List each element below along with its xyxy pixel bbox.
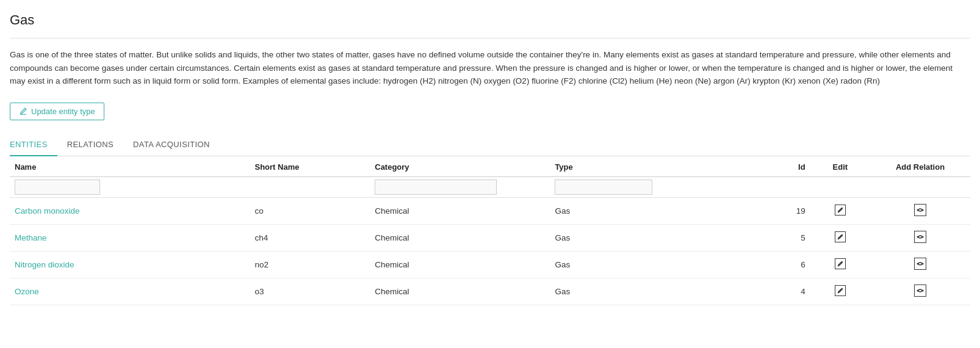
update-entity-type-label: Update entity type xyxy=(31,107,95,116)
entity-link[interactable]: Ozone xyxy=(15,287,39,296)
page-title: Gas xyxy=(10,12,970,28)
svg-rect-1 xyxy=(915,204,926,216)
update-entity-type-button[interactable]: Update entity type xyxy=(10,103,104,120)
cell-category: Chemical xyxy=(370,278,550,305)
col-header-name: Name xyxy=(10,156,250,177)
entities-table: Name Short Name Category Type Id Edit Ad… xyxy=(10,156,970,305)
relation-link-icon xyxy=(914,231,926,243)
filter-category-input[interactable] xyxy=(375,179,497,195)
table-row: Ozone o3 Chemical Gas 4 xyxy=(10,278,970,305)
svg-point-10 xyxy=(917,263,919,264)
cell-short-name: o3 xyxy=(250,278,370,305)
add-relation-button[interactable] xyxy=(914,231,926,243)
cell-name: Carbon monoxide xyxy=(10,197,250,224)
entity-link[interactable]: Nitrogen dioxide xyxy=(15,260,74,269)
cell-edit xyxy=(810,197,870,224)
cell-name: Methane xyxy=(10,224,250,251)
cell-add-relation xyxy=(870,197,970,224)
add-relation-button[interactable] xyxy=(914,204,926,216)
svg-point-6 xyxy=(917,236,919,237)
table-row: Methane ch4 Chemical Gas 5 xyxy=(10,224,970,251)
edit-pencil-icon xyxy=(835,258,846,269)
page-description: Gas is one of the three states of matter… xyxy=(10,48,970,88)
cell-type: Gas xyxy=(550,224,730,251)
cell-edit xyxy=(810,251,870,278)
col-header-category: Category xyxy=(370,156,550,177)
col-header-type: Type xyxy=(550,156,730,177)
col-header-id: Id xyxy=(730,156,810,177)
cell-edit xyxy=(810,278,870,305)
svg-rect-9 xyxy=(915,258,926,269)
svg-rect-5 xyxy=(915,231,926,242)
svg-point-14 xyxy=(917,289,919,291)
svg-rect-13 xyxy=(915,285,926,296)
cell-add-relation xyxy=(870,278,970,305)
cell-add-relation xyxy=(870,251,970,278)
edit-pencil-icon xyxy=(835,285,846,296)
cell-name: Nitrogen dioxide xyxy=(10,251,250,278)
cell-id: 6 xyxy=(730,251,810,278)
table-filter-row xyxy=(10,176,970,197)
cell-id: 4 xyxy=(730,278,810,305)
add-relation-button[interactable] xyxy=(914,285,926,297)
edit-button[interactable] xyxy=(835,258,846,269)
cell-id: 19 xyxy=(730,197,810,224)
filter-name-input[interactable] xyxy=(15,179,100,195)
relation-link-icon xyxy=(914,204,926,216)
edit-button[interactable] xyxy=(835,231,846,242)
add-relation-button[interactable] xyxy=(914,258,926,270)
title-divider xyxy=(10,38,970,38)
edit-pencil-icon xyxy=(835,231,846,242)
relation-link-icon xyxy=(914,258,926,270)
cell-type: Gas xyxy=(550,251,730,278)
table-header-row: Name Short Name Category Type Id Edit Ad… xyxy=(10,156,970,177)
entity-link[interactable]: Methane xyxy=(15,233,47,242)
relation-link-icon xyxy=(914,285,926,297)
table-row: Nitrogen dioxide no2 Chemical Gas 6 xyxy=(10,251,970,278)
cell-category: Chemical xyxy=(370,197,550,224)
cell-id: 5 xyxy=(730,224,810,251)
svg-point-3 xyxy=(922,209,924,211)
cell-type: Gas xyxy=(550,278,730,305)
edit-pencil-icon xyxy=(835,205,846,216)
edit-button[interactable] xyxy=(835,205,846,216)
cell-category: Chemical xyxy=(370,251,550,278)
tabs-container: ENTITIES RELATIONS DATA ACQUISITION xyxy=(10,135,970,156)
tab-entities[interactable]: ENTITIES xyxy=(10,135,57,156)
edit-button[interactable] xyxy=(835,285,846,296)
filter-type-input[interactable] xyxy=(555,179,652,195)
col-header-add-relation: Add Relation xyxy=(870,156,970,177)
cell-short-name: no2 xyxy=(250,251,370,278)
table-body: Carbon monoxide co Chemical Gas 19 xyxy=(10,197,970,305)
cell-short-name: ch4 xyxy=(250,224,370,251)
entity-link[interactable]: Carbon monoxide xyxy=(15,206,80,216)
edit-icon xyxy=(19,107,27,115)
svg-point-15 xyxy=(922,289,924,291)
cell-edit xyxy=(810,224,870,251)
cell-name: Ozone xyxy=(10,278,250,305)
cell-short-name: co xyxy=(250,197,370,224)
col-header-shortname: Short Name xyxy=(250,156,370,177)
cell-type: Gas xyxy=(550,197,730,224)
svg-point-11 xyxy=(922,263,924,264)
cell-category: Chemical xyxy=(370,224,550,251)
cell-add-relation xyxy=(870,224,970,251)
tab-data-acquisition[interactable]: DATA ACQUISITION xyxy=(123,135,220,156)
svg-point-2 xyxy=(917,209,919,211)
svg-point-7 xyxy=(922,236,924,237)
col-header-edit: Edit xyxy=(810,156,870,177)
tab-relations[interactable]: RELATIONS xyxy=(57,135,123,156)
table-row: Carbon monoxide co Chemical Gas 19 xyxy=(10,197,970,224)
